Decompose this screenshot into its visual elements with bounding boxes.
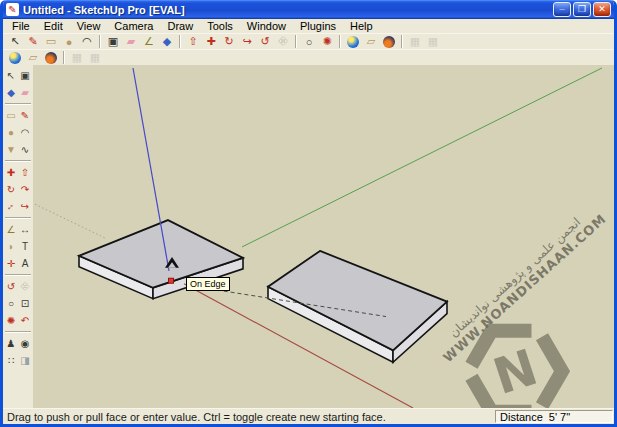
- toolbar-separator: [401, 35, 403, 48]
- measurements-label: Distance: [500, 411, 543, 423]
- freehand-tool-icon[interactable]: ∿: [18, 141, 32, 158]
- menu-edit[interactable]: Edit: [37, 20, 70, 32]
- share-model-icon: ▦: [86, 50, 104, 65]
- position-camera-icon[interactable]: ♟: [4, 335, 18, 352]
- orbit-tool-icon[interactable]: ↺: [4, 278, 18, 295]
- make-component-icon[interactable]: ▣: [104, 34, 122, 49]
- menu-window[interactable]: Window: [240, 20, 293, 32]
- arc-tool-icon[interactable]: ◠: [18, 124, 32, 141]
- follow-me-tool-icon[interactable]: ↷: [18, 181, 32, 198]
- menu-tools[interactable]: Tools: [200, 20, 240, 32]
- on-edge-inference-dot: [169, 278, 174, 283]
- menu-view[interactable]: View: [70, 20, 108, 32]
- drawing-canvas[interactable]: N انجمن علمی و پژوهشی نواندیشان WWW.NOAN…: [33, 65, 614, 408]
- minimize-button[interactable]: _: [553, 2, 571, 17]
- get-models-icon[interactable]: [380, 34, 398, 49]
- main-area: ↖ ▣ ◆ ▰ ▭ ✎ ● ◠ ▼ ∿ ✚ ⇧ ↻ ↷ ↕ ↪ ∠ ↔ ◗ T …: [3, 65, 614, 408]
- globe-icon: [347, 36, 359, 48]
- previous-view-icon[interactable]: ↶: [18, 312, 32, 329]
- minimize-icon: _: [554, 0, 570, 13]
- toolbar-separator: [63, 51, 65, 64]
- move-tool-icon[interactable]: ✚: [202, 34, 220, 49]
- eraser-tool-icon[interactable]: ▰: [122, 34, 140, 49]
- place-model-icon: ▦: [68, 50, 86, 65]
- toggle-terrain-icon[interactable]: ▱: [362, 34, 380, 49]
- paint-bucket-tool-icon[interactable]: ◆: [4, 84, 18, 101]
- offset-tool-icon[interactable]: ↪: [238, 34, 256, 49]
- eraser-tool-icon[interactable]: ▰: [18, 84, 32, 101]
- circle-tool-icon[interactable]: ●: [4, 124, 18, 141]
- share-model-icon: ▦: [424, 34, 442, 49]
- toolbar-separator: [99, 35, 101, 48]
- move-tool-icon[interactable]: ✚: [4, 164, 18, 181]
- globe-icon: [9, 52, 21, 64]
- zoom-tool-icon[interactable]: ○: [300, 34, 318, 49]
- globe-icon: [383, 36, 395, 48]
- select-tool-icon[interactable]: ↖: [4, 67, 18, 84]
- zoom-window-tool-icon[interactable]: ⊡: [18, 295, 32, 312]
- toolbar-separator: [179, 35, 181, 48]
- menu-draw[interactable]: Draw: [160, 20, 200, 32]
- zoom-extents-icon[interactable]: ✺: [318, 34, 336, 49]
- tape-measure-tool-icon[interactable]: ∠: [140, 34, 158, 49]
- get-current-view-icon[interactable]: [344, 34, 362, 49]
- measurements-box[interactable]: Distance 5' 7": [495, 410, 613, 423]
- 3d-text-tool-icon[interactable]: A: [18, 255, 32, 272]
- arc-tool-icon[interactable]: ◠: [78, 34, 96, 49]
- get-models-icon[interactable]: [42, 50, 60, 65]
- orbit-tool-icon[interactable]: ↺: [256, 34, 274, 49]
- zoom-extents-icon[interactable]: ✺: [4, 312, 18, 329]
- toggle-terrain-icon[interactable]: ▱: [24, 50, 42, 65]
- axes-tool-icon[interactable]: ✛: [4, 255, 18, 272]
- sketchup-app-icon: ✎: [6, 3, 19, 16]
- circle-tool-icon[interactable]: ●: [60, 34, 78, 49]
- zoom-tool-icon[interactable]: ○: [4, 295, 18, 312]
- toolbar-separator: [339, 35, 341, 48]
- pan-tool-icon[interactable]: ✥: [274, 34, 292, 49]
- rectangle-tool-icon[interactable]: ▭: [4, 107, 18, 124]
- menu-camera[interactable]: Camera: [107, 20, 160, 32]
- close-icon: ✕: [598, 4, 606, 14]
- tape-measure-tool-icon[interactable]: ∠: [4, 221, 18, 238]
- text-tool-icon[interactable]: T: [18, 238, 32, 255]
- section-plane-icon[interactable]: ◨: [18, 352, 32, 369]
- dimension-tool-icon[interactable]: ↔: [18, 221, 32, 238]
- line-tool-icon[interactable]: ✎: [18, 107, 32, 124]
- title-bar: ✎ Untitled - SketchUp Pro [EVAL] _ ❐ ✕: [3, 0, 614, 19]
- tool-group-separator: [5, 103, 31, 105]
- sketchup-window: ✎ Untitled - SketchUp Pro [EVAL] _ ❐ ✕ F…: [0, 0, 617, 427]
- globe-icon: [45, 52, 57, 64]
- measurements-value: 5' 7": [549, 411, 570, 423]
- status-bar: Drag to push or pull face or enter value…: [3, 408, 614, 424]
- rectangle-tool-icon[interactable]: ▭: [42, 34, 60, 49]
- toolbar-google: ▱ ▦ ▦: [3, 49, 614, 65]
- paint-bucket-tool-icon[interactable]: ◆: [158, 34, 176, 49]
- select-tool-icon[interactable]: ↖: [6, 34, 24, 49]
- close-button[interactable]: ✕: [593, 2, 611, 17]
- place-model-icon: ▦: [406, 34, 424, 49]
- menu-help[interactable]: Help: [343, 20, 380, 32]
- walk-tool-icon[interactable]: ∷: [4, 352, 18, 369]
- pan-tool-icon[interactable]: ✥: [18, 278, 32, 295]
- rotate-tool-icon[interactable]: ↻: [220, 34, 238, 49]
- toolbar-top: ↖ ✎ ▭ ● ◠ ▣ ▰ ∠ ◆ ⇧ ✚ ↻ ↪ ↺ ✥ ○ ✺ ▱ ▦ ▦: [3, 33, 614, 49]
- restore-button[interactable]: ❐: [573, 2, 591, 17]
- push-pull-tool-icon[interactable]: ⇧: [184, 34, 202, 49]
- protractor-tool-icon[interactable]: ◗: [4, 238, 18, 255]
- model-viewport[interactable]: N: [33, 65, 614, 408]
- menu-file[interactable]: File: [5, 20, 37, 32]
- menu-bar: File Edit View Camera Draw Tools Window …: [3, 19, 614, 33]
- push-pull-tool-icon[interactable]: ⇧: [18, 164, 32, 181]
- toolbar-separator: [295, 35, 297, 48]
- large-tool-set: ↖ ▣ ◆ ▰ ▭ ✎ ● ◠ ▼ ∿ ✚ ⇧ ↻ ↷ ↕ ↪ ∠ ↔ ◗ T …: [3, 65, 33, 408]
- tool-group-separator: [5, 160, 31, 162]
- line-tool-icon[interactable]: ✎: [24, 34, 42, 49]
- window-title: Untitled - SketchUp Pro [EVAL]: [23, 4, 551, 16]
- status-hint: Drag to push or pull face or enter value…: [3, 411, 495, 423]
- polygon-tool-icon[interactable]: ▼: [4, 141, 18, 158]
- menu-plugins[interactable]: Plugins: [293, 20, 343, 32]
- get-current-view-icon[interactable]: [6, 50, 24, 65]
- make-component-icon[interactable]: ▣: [18, 67, 32, 84]
- tool-group-separator: [5, 331, 31, 333]
- look-around-icon[interactable]: ◉: [18, 335, 32, 352]
